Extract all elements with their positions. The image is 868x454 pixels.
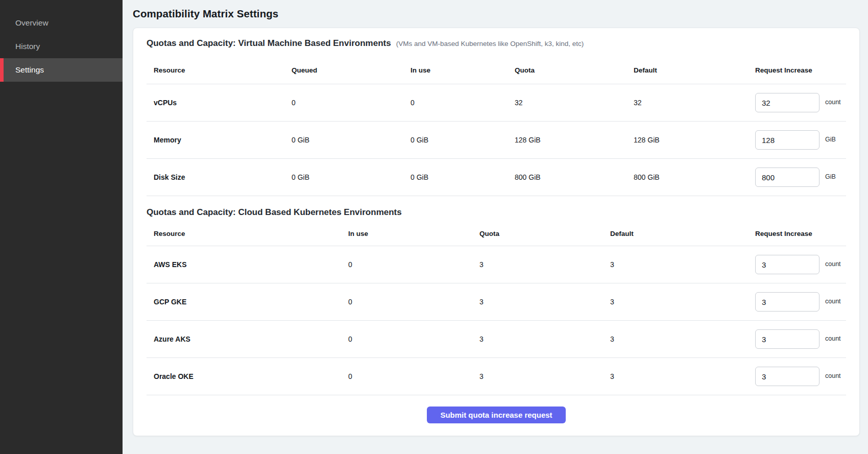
default-value: 32 xyxy=(634,99,748,107)
sidebar-item-settings[interactable]: Settings xyxy=(0,58,123,82)
table-row-memory: Memory 0 GiB 0 GiB 128 GiB 128 GiB GiB xyxy=(147,122,846,159)
table-row-vcpus: vCPUs 0 0 32 32 count xyxy=(147,84,846,122)
sidebar-item-overview[interactable]: Overview xyxy=(0,11,123,35)
resource-name: Azure AKS xyxy=(147,335,348,343)
in-use-value: 0 xyxy=(411,99,515,107)
settings-card: Quotas and Capacity: Virtual Machine Bas… xyxy=(133,28,860,436)
resource-name: Disk Size xyxy=(147,173,292,181)
column-header-quota: Quota xyxy=(515,66,634,74)
gcp-gke-request-input[interactable] xyxy=(755,292,819,312)
column-header-quota: Quota xyxy=(479,230,610,237)
default-value: 3 xyxy=(610,260,748,269)
quota-value: 32 xyxy=(515,99,634,107)
column-header-in-use: In use xyxy=(411,66,515,74)
cloud-section-header: Quotas and Capacity: Cloud Based Kuberne… xyxy=(147,207,846,218)
unit-label: count xyxy=(825,298,841,305)
resource-name: Memory xyxy=(147,136,292,144)
quota-value: 3 xyxy=(479,260,610,269)
quota-value: 3 xyxy=(479,372,610,380)
in-use-value: 0 xyxy=(348,298,479,306)
aws-eks-request-input[interactable] xyxy=(755,255,819,274)
default-value: 800 GiB xyxy=(634,173,748,181)
resource-name: Oracle OKE xyxy=(147,372,348,380)
in-use-value: 0 xyxy=(348,260,479,269)
resource-name: AWS EKS xyxy=(147,260,348,269)
default-value: 3 xyxy=(610,335,748,343)
default-value: 128 GiB xyxy=(634,136,748,144)
sidebar-item-history[interactable]: History xyxy=(0,35,123,58)
oracle-oke-request-input[interactable] xyxy=(755,367,819,386)
table-row-gcp-gke: GCP GKE 0 3 3 count xyxy=(147,283,846,321)
in-use-value: 0 xyxy=(348,372,479,380)
unit-label: GiB xyxy=(825,173,836,180)
unit-label: count xyxy=(825,372,841,379)
submit-row: Submit quota increase request xyxy=(147,395,846,423)
unit-label: count xyxy=(825,99,841,106)
column-header-in-use: In use xyxy=(348,230,479,237)
column-header-resource: Resource xyxy=(147,66,292,74)
submit-quota-increase-button[interactable]: Submit quota increase request xyxy=(427,407,565,423)
table-row-azure-aks: Azure AKS 0 3 3 count xyxy=(147,321,846,358)
vm-section-header: Quotas and Capacity: Virtual Machine Bas… xyxy=(147,38,846,49)
cloud-section-title: Quotas and Capacity: Cloud Based Kuberne… xyxy=(147,207,402,218)
column-header-request-increase: Request Increase xyxy=(748,230,846,237)
memory-request-input[interactable] xyxy=(755,130,819,150)
in-use-value: 0 GiB xyxy=(411,173,515,181)
page-title: Compatibility Matrix Settings xyxy=(133,8,860,20)
vcpus-request-input[interactable] xyxy=(755,93,819,112)
column-header-resource: Resource xyxy=(147,230,348,237)
column-header-default: Default xyxy=(634,66,748,74)
table-row-disk-size: Disk Size 0 GiB 0 GiB 800 GiB 800 GiB Gi… xyxy=(147,159,846,196)
unit-label: count xyxy=(825,335,841,342)
vm-quota-table: Resource Queued In use Quota Default Req… xyxy=(147,57,846,196)
unit-label: GiB xyxy=(825,136,836,143)
default-value: 3 xyxy=(610,298,748,306)
column-header-queued: Queued xyxy=(292,66,411,74)
column-header-request-increase: Request Increase xyxy=(748,66,846,74)
table-row-aws-eks: AWS EKS 0 3 3 count xyxy=(147,246,846,283)
queued-value: 0 xyxy=(292,99,411,107)
main-content: Compatibility Matrix Settings Quotas and… xyxy=(123,0,868,454)
unit-label: count xyxy=(825,260,841,268)
resource-name: GCP GKE xyxy=(147,298,348,306)
default-value: 3 xyxy=(610,372,748,380)
vm-section-title: Quotas and Capacity: Virtual Machine Bas… xyxy=(147,38,391,49)
column-header-default: Default xyxy=(610,230,748,237)
azure-aks-request-input[interactable] xyxy=(755,329,819,349)
queued-value: 0 GiB xyxy=(292,173,411,181)
cloud-quota-table: Resource In use Quota Default Request In… xyxy=(147,222,846,395)
quota-value: 128 GiB xyxy=(515,136,634,144)
sidebar: Overview History Settings xyxy=(0,0,123,454)
disk-size-request-input[interactable] xyxy=(755,168,819,187)
in-use-value: 0 GiB xyxy=(411,136,515,144)
resource-name: vCPUs xyxy=(147,99,292,107)
table-row-oracle-oke: Oracle OKE 0 3 3 count xyxy=(147,358,846,395)
queued-value: 0 GiB xyxy=(292,136,411,144)
cloud-table-header-row: Resource In use Quota Default Request In… xyxy=(147,222,846,246)
vm-section-subtitle: (VMs and VM-based Kubernetes like OpenSh… xyxy=(396,40,584,47)
sidebar-nav: Overview History Settings xyxy=(0,11,123,82)
vm-table-header-row: Resource Queued In use Quota Default Req… xyxy=(147,57,846,84)
in-use-value: 0 xyxy=(348,335,479,343)
quota-value: 800 GiB xyxy=(515,173,634,181)
quota-value: 3 xyxy=(479,298,610,306)
quota-value: 3 xyxy=(479,335,610,343)
